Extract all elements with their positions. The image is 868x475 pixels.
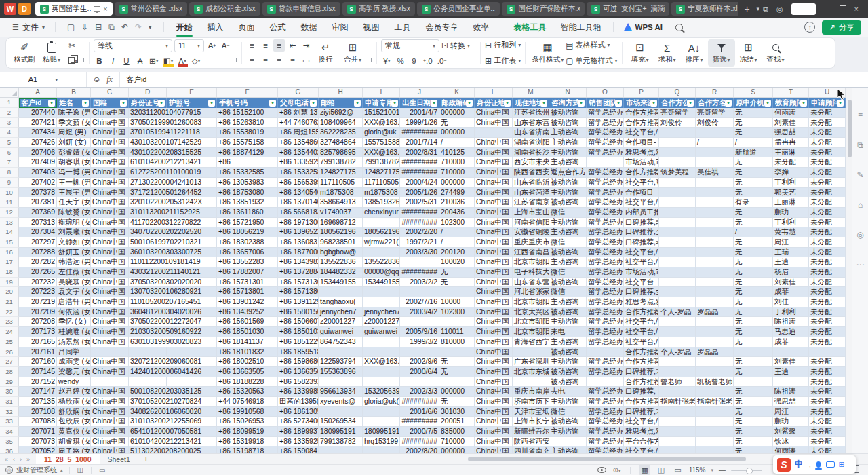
cell[interactable]: +86 1335925706 [278, 437, 319, 447]
cell[interactable]: 138519326 [363, 197, 400, 208]
fx-icon[interactable]: fx [106, 75, 113, 85]
cell[interactable]: 被动咨询 [549, 278, 587, 288]
cell[interactable]: 500106199702210321 [129, 238, 217, 248]
paste-button[interactable]: 粘贴▾ [38, 39, 65, 66]
cell[interactable]: China中国 [91, 446, 129, 453]
cell[interactable]: China中国 [475, 367, 513, 377]
cell[interactable]: 无 [439, 118, 475, 128]
cell[interactable]: ######### [400, 157, 439, 168]
cell[interactable]: 北京市朝阳 [513, 257, 549, 267]
cell[interactable]: 王丽淋 [773, 148, 809, 158]
cell[interactable]: 山东省济南 [513, 128, 549, 138]
cell[interactable]: / [439, 138, 475, 148]
cell[interactable]: xyevents@ [319, 397, 363, 407]
row-number[interactable]: 20 [0, 287, 19, 297]
cell[interactable]: gloria@uk [363, 128, 400, 138]
cell[interactable]: 207402 [19, 178, 57, 188]
cell[interactable]: 吴佳祺 [696, 168, 734, 178]
row-number[interactable]: 21 [0, 297, 19, 307]
cell[interactable]: China中国 [475, 387, 513, 397]
cell[interactable] [659, 248, 696, 258]
cell[interactable] [696, 278, 734, 288]
cell[interactable]: 1999/3/2 [400, 337, 439, 347]
horizontal-scrollbar-thumb[interactable] [468, 457, 746, 461]
cell[interactable]: 102300 [439, 218, 475, 228]
cell[interactable]: 雅思考点,雅 [624, 148, 659, 158]
cell[interactable]: China中国 [91, 138, 129, 148]
cell[interactable]: XXX@163.c [363, 118, 400, 128]
column-header[interactable]: U [809, 88, 846, 97]
cell[interactable] [363, 337, 400, 347]
column-header[interactable]: F [217, 88, 278, 97]
align-bottom-button[interactable]: ≡ [273, 39, 285, 52]
header-cell[interactable]: 邮箱▾ [319, 98, 363, 108]
cell[interactable]: 无 [734, 297, 773, 307]
cell[interactable]: China中国 [91, 317, 129, 327]
cell[interactable]: 何雨涛 [773, 108, 809, 118]
cell[interactable]: China中国 [91, 208, 129, 218]
cell[interactable]: 包欣辰 (女 [57, 417, 91, 427]
cell[interactable]: 留学总经办 [587, 327, 624, 337]
cell[interactable]: 370105199411221118 [129, 128, 217, 138]
row-number[interactable]: 25 [0, 337, 19, 347]
cell[interactable]: 新疆维吾尔 [513, 427, 549, 437]
row-number[interactable]: 2 [0, 108, 19, 118]
cell[interactable] [400, 287, 439, 297]
cell[interactable]: +86 13663505 [217, 367, 278, 377]
cell[interactable] [400, 257, 439, 267]
filter-dropdown-icon[interactable]: ▾ [764, 100, 771, 107]
cell[interactable]: 000000 [439, 446, 475, 453]
cell[interactable]: 无 [734, 278, 773, 288]
cell[interactable]: 155363896 [319, 367, 363, 377]
cell[interactable]: 未分配 [809, 287, 846, 297]
font-color-button[interactable]: A▾ [177, 55, 189, 67]
conditional-format-button[interactable]: ▦ 条件格式▾ [530, 39, 566, 66]
cell[interactable]: 无 [439, 397, 475, 407]
cell[interactable]: +86 52734062 [278, 417, 319, 427]
cell[interactable]: 重庆重庆市 [513, 238, 549, 248]
cell[interactable]: 河北省张家 [513, 287, 549, 297]
globe-icon[interactable]: ◎ [776, 5, 783, 14]
cell[interactable]: China中国 [91, 227, 129, 238]
cell[interactable]: 口碑推荐,老 [624, 407, 659, 417]
cell[interactable]: 陈祖涛 [773, 387, 809, 397]
align-left-button[interactable]: ≡ [246, 54, 258, 66]
cell[interactable]: +86 15320563 [217, 387, 278, 397]
cell[interactable]: 孟冉冉 [773, 138, 809, 148]
cell[interactable]: +86 1372884680 [278, 267, 319, 278]
tab-table-tools[interactable]: 表格工具 [507, 19, 553, 36]
column-header[interactable]: L [475, 88, 513, 97]
cell[interactable]: 口碑推荐,全 [624, 227, 659, 238]
cell[interactable]: China中国 [91, 337, 129, 347]
cell[interactable]: 新航道 [734, 148, 773, 158]
cell[interactable]: +86 1573130169 [278, 278, 319, 288]
cell[interactable]: 370502200012272047 [129, 317, 217, 327]
cell[interactable] [475, 128, 513, 138]
cell[interactable]: +86 13439252 [217, 307, 278, 318]
cell[interactable]: +86 13053983 [217, 178, 278, 188]
cell[interactable]: +86 15575158 [217, 138, 278, 148]
cell[interactable]: China中国 [475, 157, 513, 168]
cell[interactable]: China中国 [91, 327, 129, 337]
reader-view-button[interactable]: ▭ [672, 465, 683, 475]
row-number[interactable]: 33 [0, 417, 19, 427]
cell[interactable]: 000000 [439, 387, 475, 397]
close-tab-icon[interactable]: × [103, 5, 107, 12]
cell[interactable]: 未分配 [809, 417, 846, 427]
row-number[interactable]: 30 [0, 387, 19, 397]
cell[interactable]: 未分配 [773, 157, 809, 168]
menu-tab[interactable]: 页面 [231, 19, 262, 36]
cell[interactable]: 青海省西宁 [513, 337, 549, 347]
cell[interactable]: 社交平台,/ [624, 327, 659, 337]
cell[interactable] [696, 248, 734, 258]
filter-dropdown-icon[interactable]: ▾ [837, 100, 844, 107]
row-number[interactable]: 14 [0, 227, 19, 238]
cell[interactable] [659, 437, 696, 447]
file-menu[interactable]: ☰ 文件▾ [7, 22, 50, 33]
cell[interactable]: 210303200509160922 [129, 327, 217, 337]
cell[interactable] [696, 157, 734, 168]
cell[interactable]: +86 13901242 [217, 297, 278, 307]
cell[interactable]: 胡睿琪 (女 [57, 157, 91, 168]
cell[interactable]: 微信 [549, 238, 587, 248]
cell[interactable]: China中国 [91, 128, 129, 138]
